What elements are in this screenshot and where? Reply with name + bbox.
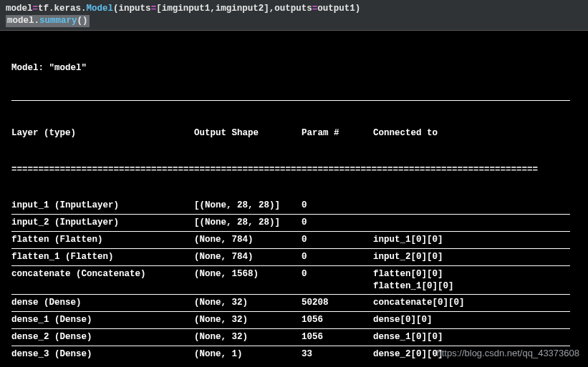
divider bbox=[11, 346, 570, 346]
layer-conn: dense[0][0] bbox=[373, 314, 577, 326]
layer-conn bbox=[373, 200, 577, 212]
layer-name: input_2 (InputLayer) bbox=[11, 217, 194, 229]
layer-name: dense (Dense) bbox=[11, 297, 194, 309]
layer-shape: (None, 32) bbox=[194, 314, 302, 326]
layer-name: input_1 (InputLayer) bbox=[11, 200, 194, 212]
layer-conn bbox=[373, 217, 577, 229]
layer-shape: (None, 784) bbox=[194, 251, 302, 263]
layer-params: 1056 bbox=[302, 331, 373, 343]
table-header: Layer (type) Output Shape Param # Connec… bbox=[11, 127, 577, 140]
divider bbox=[11, 248, 570, 249]
layer-name: dense_1 (Dense) bbox=[11, 314, 194, 326]
divider bbox=[11, 214, 570, 215]
layer-name: flatten_1 (Flatten) bbox=[11, 251, 194, 263]
table-row: flatten_1 (Flatten)(None, 784)0input_2[0… bbox=[11, 251, 577, 263]
table-row: flatten (Flatten)(None, 784)0input_1[0][… bbox=[11, 234, 577, 246]
layer-conn: input_1[0][0] bbox=[373, 234, 577, 246]
layer-conn: concatenate[0][0] bbox=[373, 297, 577, 309]
layer-shape: (None, 32) bbox=[194, 297, 302, 309]
layer-name: flatten (Flatten) bbox=[11, 234, 194, 246]
layer-params: 0 bbox=[302, 217, 373, 229]
table-row: dense_2 (Dense)(None, 32)1056dense_1[0][… bbox=[11, 331, 577, 343]
divider bbox=[11, 311, 570, 312]
layer-params: 1056 bbox=[302, 314, 373, 326]
divider bbox=[11, 265, 570, 266]
header-conn: Connected to bbox=[373, 127, 577, 140]
table-row: input_2 (InputLayer)[(None, 28, 28)]0 bbox=[11, 217, 577, 229]
layer-name: dense_3 (Dense) bbox=[11, 348, 194, 361]
table-row: concatenate (Concatenate)(None, 1568)0fl… bbox=[11, 268, 577, 293]
code-cell[interactable]: model=tf.keras.Model(inputs=[imginput1,i… bbox=[0, 0, 588, 31]
layer-shape: (None, 1568) bbox=[194, 268, 302, 293]
header-layer: Layer (type) bbox=[11, 127, 194, 140]
divider bbox=[11, 328, 570, 329]
layer-shape: (None, 784) bbox=[194, 234, 302, 246]
layer-conn: dense_1[0][0] bbox=[373, 331, 577, 343]
layer-params: 0 bbox=[302, 251, 373, 263]
layer-params: 0 bbox=[302, 200, 373, 212]
layer-shape: [(None, 28, 28)] bbox=[194, 217, 302, 229]
table-row: dense (Dense)(None, 32)50208concatenate[… bbox=[11, 297, 577, 309]
divider bbox=[11, 100, 570, 101]
code-line-2: model.summary() bbox=[6, 15, 582, 27]
divider-eq: ========================================… bbox=[11, 164, 570, 176]
layer-shape: (None, 1) bbox=[194, 348, 302, 361]
layer-shape: [(None, 28, 28)] bbox=[194, 200, 302, 212]
layer-params: 0 bbox=[302, 234, 373, 246]
layer-conn: flatten[0][0]flatten_1[0][0] bbox=[373, 268, 577, 293]
layer-name: concatenate (Concatenate) bbox=[11, 268, 194, 293]
layer-name: dense_2 (Dense) bbox=[11, 331, 194, 343]
model-name: Model: "model" bbox=[11, 62, 577, 74]
divider bbox=[11, 294, 570, 295]
watermark: https://blog.csdn.net/qq_43373608 bbox=[437, 347, 580, 360]
layer-conn: input_2[0][0] bbox=[373, 251, 577, 263]
layer-params: 33 bbox=[302, 348, 373, 361]
output-area: Model: "model" Layer (type) Output Shape… bbox=[0, 31, 588, 367]
layer-params: 0 bbox=[302, 268, 373, 293]
header-shape: Output Shape bbox=[194, 127, 302, 140]
table-row: dense_1 (Dense)(None, 32)1056dense[0][0] bbox=[11, 314, 577, 326]
table-row: input_1 (InputLayer)[(None, 28, 28)]0 bbox=[11, 200, 577, 212]
layer-params: 50208 bbox=[302, 297, 373, 309]
header-param: Param # bbox=[302, 127, 373, 140]
layer-shape: (None, 32) bbox=[194, 331, 302, 343]
code-line-1: model=tf.keras.Model(inputs=[imginput1,i… bbox=[6, 3, 582, 15]
divider bbox=[11, 231, 570, 232]
